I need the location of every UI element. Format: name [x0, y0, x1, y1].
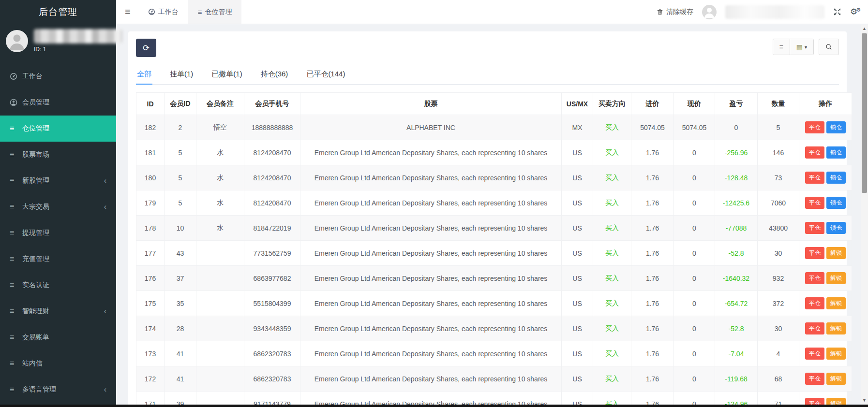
tab-持仓(36)[interactable]: 持仓(36): [260, 65, 289, 84]
close-position-button[interactable]: 平仓: [805, 272, 824, 284]
scroll-up-arrow[interactable]: ▲: [862, 25, 867, 32]
cell-market: US: [562, 291, 593, 316]
cell-remark: [196, 316, 244, 341]
vertical-scrollbar[interactable]: ▲ ▼: [861, 25, 868, 407]
column-header: 操作: [799, 93, 852, 115]
topbar-avatar[interactable]: [702, 5, 717, 19]
fullscreen-icon[interactable]: [833, 8, 841, 16]
close-position-button[interactable]: 平仓: [805, 222, 824, 234]
list-view-button[interactable]: ≡: [773, 39, 790, 55]
cell-profit: -256.96: [715, 140, 758, 165]
list-icon: ≡: [10, 281, 22, 290]
sidebar-item-实名认证[interactable]: ≡实名认证: [0, 272, 116, 298]
sidebar-item-站内信[interactable]: ≡站内信: [0, 350, 116, 377]
sidebar-item-提现管理[interactable]: ≡提现管理: [0, 220, 116, 246]
lock-position-button[interactable]: 锁仓: [826, 197, 846, 209]
cell-current_price: 0: [674, 140, 715, 165]
unlock-position-button[interactable]: 解锁: [826, 297, 846, 309]
cell-current_price: 0: [674, 291, 715, 316]
lock-position-button[interactable]: 锁仓: [826, 222, 846, 234]
topbar-tab-仓位管理[interactable]: ≡仓位管理: [188, 0, 242, 24]
column-header: 数量: [758, 93, 799, 115]
sidebar-item-交易账单[interactable]: ≡交易账单: [0, 324, 116, 350]
sidebar-item-仓位管理[interactable]: ≡仓位管理: [0, 116, 116, 142]
lock-position-button[interactable]: 锁仓: [826, 121, 846, 133]
clear-cache-button[interactable]: 清除缓存: [657, 8, 693, 16]
unlock-position-button[interactable]: 解锁: [826, 373, 846, 385]
topbar-tab-工作台[interactable]: 工作台: [138, 0, 188, 24]
cell-stock: Emeren Group Ltd American Depositary Sha…: [300, 341, 562, 366]
lock-position-button[interactable]: 锁仓: [826, 172, 846, 184]
close-position-button[interactable]: 平仓: [805, 348, 824, 360]
sidebar-user-panel: ID: 1: [0, 24, 116, 59]
sidebar-item-label: 提现管理: [22, 229, 49, 237]
sidebar-item-股票市场[interactable]: ≡股票市场: [0, 142, 116, 168]
unlock-position-button[interactable]: 解锁: [826, 272, 846, 284]
column-header: 盈亏: [715, 93, 758, 115]
column-header: 买卖方向: [593, 93, 631, 115]
unlock-position-button[interactable]: 解锁: [826, 247, 846, 259]
sidebar-item-工作台[interactable]: 工作台: [0, 63, 116, 89]
close-position-button[interactable]: 平仓: [805, 172, 824, 184]
close-position-button[interactable]: 平仓: [805, 322, 824, 334]
tab-全部[interactable]: 全部: [136, 65, 152, 84]
cell-actions: 平仓解锁: [799, 341, 852, 366]
tab-已平仓(144)[interactable]: 已平仓(144): [305, 65, 346, 84]
blurred-username: [34, 29, 122, 44]
cell-profit: -128.48: [715, 165, 758, 190]
grid-view-button[interactable]: ▦▾: [790, 39, 813, 55]
sidebar-item-label: 交易账单: [22, 333, 49, 342]
sidebar-item-智能理财[interactable]: ≡智能理财‹: [0, 298, 116, 324]
sidebar-item-充值管理[interactable]: ≡充值管理: [0, 246, 116, 272]
search-button[interactable]: [819, 39, 839, 55]
sidebar-item-label: 站内信: [22, 359, 43, 368]
sidebar-item-新股管理[interactable]: ≡新股管理‹: [0, 168, 116, 194]
close-position-button[interactable]: 平仓: [805, 297, 824, 309]
cell-quantity: 932: [758, 266, 799, 291]
sidebar-toggle-icon[interactable]: ≡: [116, 6, 138, 17]
unlock-position-button[interactable]: 解锁: [826, 348, 846, 360]
tab-挂单(1)[interactable]: 挂单(1): [169, 65, 194, 84]
settings-gears-icon[interactable]: ⚙⚙: [850, 7, 859, 17]
cell-phone: 5515804399: [244, 291, 300, 316]
lock-position-button[interactable]: 锁仓: [826, 146, 846, 159]
cell-stock: Emeren Group Ltd American Depositary Sha…: [300, 140, 562, 165]
cell-current_price: 0: [674, 241, 715, 266]
bottom-scrollbar-track: [0, 405, 868, 407]
cell-id: 182: [136, 115, 165, 140]
cell-phone: 6862320783: [244, 366, 300, 392]
refresh-button[interactable]: ⟳: [136, 39, 156, 57]
cell-member_id: 5: [165, 140, 196, 165]
cell-member_id: 28: [165, 316, 196, 341]
cell-member_id: 10: [165, 216, 196, 241]
cell-current_price: 0: [674, 216, 715, 241]
cell-member_id: 5: [165, 165, 196, 190]
close-position-button[interactable]: 平仓: [805, 146, 824, 159]
sidebar-item-label: 大宗交易: [22, 203, 49, 211]
topbar: ≡ 工作台≡仓位管理 清除缓存 ⚙⚙: [116, 0, 868, 24]
cell-direction: 买入: [593, 241, 631, 266]
close-position-button[interactable]: 平仓: [805, 247, 824, 259]
cell-entry_price: 1.76: [631, 291, 674, 316]
trash-icon: [657, 8, 663, 15]
cell-stock: Emeren Group Ltd American Depositary Sha…: [300, 216, 562, 241]
tab-已撤单(1)[interactable]: 已撤单(1): [210, 65, 243, 84]
close-position-button[interactable]: 平仓: [805, 373, 824, 385]
close-position-button[interactable]: 平仓: [805, 197, 824, 209]
scrollbar-thumb[interactable]: [862, 33, 867, 193]
cell-id: 178: [136, 216, 165, 241]
cell-member_id: 41: [165, 341, 196, 366]
user-id-label: ID: 1: [34, 46, 122, 53]
cell-member_id: 35: [165, 291, 196, 316]
cell-profit: -1640.32: [715, 266, 758, 291]
table-header-row: ID会员ID会员备注会员手机号股票US/MX买卖方向进价现价盈亏数量操作: [136, 93, 852, 115]
cell-actions: 平仓锁仓: [799, 115, 852, 140]
sidebar-item-大宗交易[interactable]: ≡大宗交易‹: [0, 194, 116, 220]
cell-current_price: 0: [674, 316, 715, 341]
unlock-position-button[interactable]: 解锁: [826, 322, 846, 334]
cell-actions: 平仓锁仓: [799, 165, 852, 190]
sidebar-item-多语言管理[interactable]: ≡多语言管理‹: [0, 377, 116, 403]
sidebar-item-会员管理[interactable]: 会员管理: [0, 89, 116, 116]
scroll-down-arrow[interactable]: ▼: [862, 396, 867, 404]
close-position-button[interactable]: 平仓: [805, 121, 824, 133]
